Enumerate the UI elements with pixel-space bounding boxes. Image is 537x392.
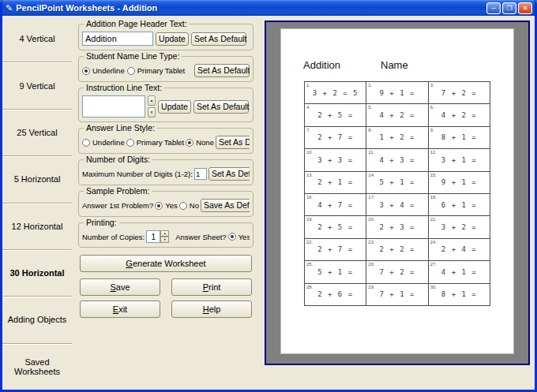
sample-yes-label: Yes (165, 201, 178, 210)
problem-cell: 28.2 + 6 = (305, 284, 366, 306)
copies-label: Number of Copies: (82, 233, 145, 241)
exit-button[interactable]: Exit (80, 301, 160, 318)
problem-text: 2 + 3 = (380, 223, 415, 231)
answer-line-set-default-button[interactable]: Set As Default (216, 136, 250, 149)
minimize-button[interactable]: ─ (486, 2, 501, 14)
problem-text: 3 + 2 = (441, 223, 477, 231)
scroll-down-icon[interactable]: ▼ (148, 107, 156, 118)
problem-text: 4 + 2 = (441, 111, 477, 119)
problem-text: 1 + 2 = (380, 133, 415, 141)
maximize-button[interactable]: ❐ (502, 2, 516, 14)
problem-cell: 16.4 + 7 = (305, 194, 366, 216)
problem-number: 27. (430, 262, 437, 267)
instruction-text-input[interactable] (82, 95, 145, 118)
sample-yes-radio[interactable]: Yes (155, 201, 178, 210)
sidebar-item-30-horizontal[interactable]: 30 Horizontal (2, 249, 72, 296)
problem-number: 4. (306, 105, 310, 110)
spin-down-icon[interactable]: ▼ (160, 237, 169, 243)
instruction-scrollbar[interactable]: ▲ ▼ (148, 95, 156, 118)
name-line-primary-tablet-label: Primary Tablet (137, 66, 186, 75)
sidebar-item-adding-objects[interactable]: Adding Objects (2, 296, 72, 342)
printing-group-title: Printing: (84, 218, 119, 227)
radio-dot-icon (186, 139, 193, 147)
problem-number: 10. (306, 150, 313, 155)
problem-number: 1. (306, 83, 310, 88)
name-line-underline-label: Underline (92, 66, 125, 75)
problem-number: 14. (368, 173, 374, 177)
close-button[interactable]: ✕ (518, 2, 532, 14)
answer-sheet-label: Answer Sheet? (175, 233, 226, 241)
instruction-update-button[interactable]: Update (158, 100, 191, 114)
problem-text: 2 + 7 = (317, 133, 353, 141)
copies-input[interactable] (146, 230, 160, 243)
problem-cell: 10.3 + 3 = (305, 149, 366, 171)
sample-no-label: No (190, 201, 199, 210)
problem-text: 7 + 2 = (441, 89, 477, 97)
problem-text: 7 + 2 = (380, 268, 415, 276)
sidebar-item-9-vertical[interactable]: 9 Vertical (2, 62, 72, 108)
answer-line-underline-radio[interactable]: Underline (82, 138, 125, 147)
problem-text: 7 + 1 = (380, 290, 415, 298)
problem-cell: 17.3 + 4 = (366, 194, 428, 216)
digits-group: Number of Digits: Maximum Number of Digi… (78, 159, 253, 185)
problem-number: 29. (368, 285, 374, 289)
header-text-group: Addition Page Header Text: Update Set As… (78, 24, 253, 50)
scroll-up-icon[interactable]: ▲ (148, 95, 156, 106)
spin-up-icon[interactable]: ▲ (160, 230, 169, 237)
answer-line-none-radio[interactable]: None (186, 138, 214, 147)
problem-number: 23. (368, 240, 374, 245)
sample-problem-group: Sample Problem: Answer 1st Problem? Yes … (78, 191, 253, 217)
problem-cell: 24.2 + 4 = (429, 239, 490, 261)
save-button[interactable]: Save (80, 278, 160, 296)
problem-number: 5. (368, 105, 372, 110)
problem-text: 9 + 1 = (441, 178, 477, 186)
name-line-set-default-button[interactable]: Set As Default (194, 64, 250, 77)
problem-text: 5 + 1 = (380, 178, 415, 186)
sidebar-item-12-horizontal[interactable]: 12 Horizontal (2, 203, 72, 249)
radio-dot-icon (82, 139, 90, 147)
titlebar[interactable]: ✎ PencilPoint Worksheets - Addition ─ ❐ … (2, 0, 535, 16)
problem-cell: 27.4 + 1 = (429, 261, 490, 283)
name-line-primary-tablet-radio[interactable]: Primary Tablet (127, 66, 186, 75)
print-button[interactable]: Print (171, 278, 252, 296)
header-update-button[interactable]: Update (156, 32, 189, 46)
app-window: ✎ PencilPoint Worksheets - Addition ─ ❐ … (0, 0, 537, 392)
problem-number: 30. (430, 285, 437, 289)
problem-number: 2. (368, 83, 372, 88)
worksheet-preview-panel: Addition Name 1.3 + 2 = 52.9 + 1 =3.7 + … (265, 21, 530, 365)
sample-no-radio[interactable]: No (179, 201, 199, 210)
sidebar-item-25-vertical[interactable]: 25 Vertical (2, 109, 72, 155)
answer-sheet-yes-radio[interactable]: Yes (228, 233, 250, 241)
problem-number: 19. (306, 217, 313, 222)
instruction-set-default-button[interactable]: Set As Default (193, 100, 249, 114)
answer-line-primary-tablet-radio[interactable]: Primary Tablet (126, 138, 185, 147)
digits-label: Maximum Number of Digits (1-2): (82, 170, 193, 178)
digits-input[interactable] (194, 168, 207, 180)
problem-number: 3. (430, 83, 434, 88)
sidebar-item-saved-worksheets[interactable]: Saved Worksheets (2, 343, 72, 390)
problem-text: 4 + 1 = (441, 268, 477, 276)
name-line-group: Student Name Line Type: Underline Primar… (78, 56, 253, 82)
header-text-input[interactable] (82, 32, 153, 46)
problem-text: 2 + 5 = (317, 223, 353, 231)
sidebar: 4 Vertical9 Vertical25 Vertical5 Horizon… (2, 16, 72, 390)
problem-text: 3 + 1 = (441, 156, 477, 164)
problem-text: 2 + 7 = (317, 245, 353, 253)
problem-text: 3 + 2 = 5 (313, 89, 359, 97)
header-set-default-button[interactable]: Set As Default (191, 32, 246, 46)
sidebar-item-4-vertical[interactable]: 4 Vertical (2, 16, 72, 62)
problem-text: 8 + 1 = (441, 290, 477, 298)
sidebar-item-5-horizontal[interactable]: 5 Horizontal (2, 155, 72, 202)
name-line-underline-radio[interactable]: Underline (82, 66, 125, 75)
help-button[interactable]: Help (171, 301, 252, 318)
generate-worksheet-button[interactable]: Generate Worksheet (80, 255, 252, 272)
answer-sheet-yes-label: Yes (238, 233, 250, 241)
instruction-group: Instruction Line Text: ▲ ▼ Update Set As… (78, 88, 253, 122)
problem-cell: 7.2 + 7 = (305, 127, 366, 149)
digits-set-default-button[interactable]: Set As Default (208, 167, 250, 181)
problem-number: 16. (306, 195, 313, 200)
sample-problem-label: Answer 1st Problem? (82, 201, 153, 210)
problem-text: 4 + 2 = (380, 111, 415, 119)
copies-stepper[interactable]: ▲ ▼ (146, 230, 169, 243)
sample-save-default-button[interactable]: Save As Default (201, 199, 250, 212)
